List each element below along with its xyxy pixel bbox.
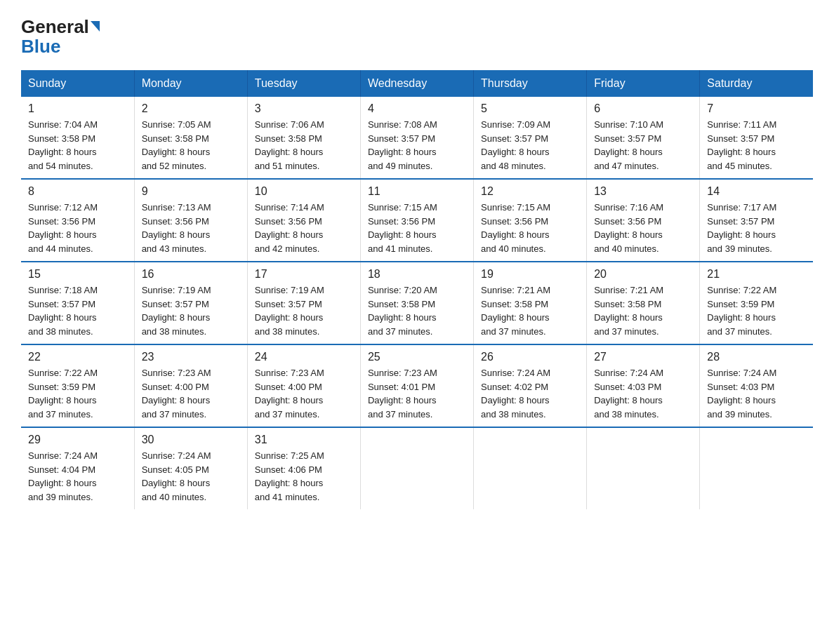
day-number: 14: [707, 185, 806, 198]
day-number: 3: [255, 102, 353, 115]
day-number: 22: [28, 351, 127, 363]
day-info: Sunrise: 7:24 AMSunset: 4:03 PMDaylight:…: [594, 366, 692, 421]
day-cell: 17 Sunrise: 7:19 AMSunset: 3:57 PMDaylig…: [247, 262, 360, 344]
day-info: Sunrise: 7:09 AMSunset: 3:57 PMDaylight:…: [481, 118, 579, 173]
day-cell: 27 Sunrise: 7:24 AMSunset: 4:03 PMDaylig…: [587, 344, 700, 427]
day-number: 24: [255, 351, 353, 363]
day-cell: 12 Sunrise: 7:15 AMSunset: 3:56 PMDaylig…: [474, 179, 587, 262]
day-info: Sunrise: 7:23 AMSunset: 4:00 PMDaylight:…: [255, 366, 353, 421]
day-info: Sunrise: 7:24 AMSunset: 4:04 PMDaylight:…: [28, 449, 127, 504]
day-cell: 19 Sunrise: 7:21 AMSunset: 3:58 PMDaylig…: [474, 262, 587, 344]
day-number: 12: [481, 185, 579, 198]
day-number: 30: [142, 434, 240, 446]
day-number: 16: [142, 268, 240, 281]
day-cell: [474, 427, 587, 509]
day-cell: 28 Sunrise: 7:24 AMSunset: 4:03 PMDaylig…: [700, 344, 813, 427]
day-info: Sunrise: 7:23 AMSunset: 4:00 PMDaylight:…: [142, 366, 240, 421]
day-cell: 9 Sunrise: 7:13 AMSunset: 3:56 PMDayligh…: [134, 179, 247, 262]
day-number: 21: [707, 268, 806, 281]
day-cell: 11 Sunrise: 7:15 AMSunset: 3:56 PMDaylig…: [360, 179, 473, 262]
day-number: 18: [368, 268, 466, 281]
day-number: 19: [481, 268, 579, 281]
col-header-sunday: Sunday: [21, 70, 134, 97]
day-number: 31: [255, 434, 353, 446]
week-row-4: 22 Sunrise: 7:22 AMSunset: 3:59 PMDaylig…: [21, 344, 813, 427]
col-header-thursday: Thursday: [474, 70, 587, 97]
day-number: 1: [28, 102, 127, 115]
col-header-tuesday: Tuesday: [247, 70, 360, 97]
day-info: Sunrise: 7:17 AMSunset: 3:57 PMDaylight:…: [707, 201, 806, 255]
day-number: 4: [368, 102, 466, 115]
day-cell: 7 Sunrise: 7:11 AMSunset: 3:57 PMDayligh…: [700, 97, 813, 179]
day-cell: 13 Sunrise: 7:16 AMSunset: 3:56 PMDaylig…: [587, 179, 700, 262]
day-info: Sunrise: 7:04 AMSunset: 3:58 PMDaylight:…: [28, 118, 127, 173]
logo-blue: Blue: [21, 36, 60, 57]
day-info: Sunrise: 7:22 AMSunset: 3:59 PMDaylight:…: [707, 283, 806, 338]
day-cell: 21 Sunrise: 7:22 AMSunset: 3:59 PMDaylig…: [700, 262, 813, 344]
day-number: 2: [142, 102, 240, 115]
day-info: Sunrise: 7:24 AMSunset: 4:02 PMDaylight:…: [481, 366, 579, 421]
logo: General Blue: [21, 14, 100, 58]
week-row-2: 8 Sunrise: 7:12 AMSunset: 3:56 PMDayligh…: [21, 179, 813, 262]
day-info: Sunrise: 7:05 AMSunset: 3:58 PMDaylight:…: [142, 118, 240, 173]
day-cell: 6 Sunrise: 7:10 AMSunset: 3:57 PMDayligh…: [587, 97, 700, 179]
day-number: 20: [594, 268, 692, 281]
day-number: 8: [28, 185, 127, 198]
day-info: Sunrise: 7:21 AMSunset: 3:58 PMDaylight:…: [481, 283, 579, 338]
day-cell: 18 Sunrise: 7:20 AMSunset: 3:58 PMDaylig…: [360, 262, 473, 344]
day-cell: 14 Sunrise: 7:17 AMSunset: 3:57 PMDaylig…: [700, 179, 813, 262]
day-cell: 2 Sunrise: 7:05 AMSunset: 3:58 PMDayligh…: [134, 97, 247, 179]
day-info: Sunrise: 7:19 AMSunset: 3:57 PMDaylight:…: [255, 283, 353, 338]
day-info: Sunrise: 7:18 AMSunset: 3:57 PMDaylight:…: [28, 283, 127, 338]
day-info: Sunrise: 7:08 AMSunset: 3:57 PMDaylight:…: [368, 118, 466, 173]
day-info: Sunrise: 7:06 AMSunset: 3:58 PMDaylight:…: [255, 118, 353, 173]
day-cell: 8 Sunrise: 7:12 AMSunset: 3:56 PMDayligh…: [21, 179, 134, 262]
calendar-header-row: SundayMondayTuesdayWednesdayThursdayFrid…: [21, 70, 813, 97]
day-number: 25: [368, 351, 466, 363]
day-number: 23: [142, 351, 240, 363]
day-info: Sunrise: 7:23 AMSunset: 4:01 PMDaylight:…: [368, 366, 466, 421]
day-cell: 22 Sunrise: 7:22 AMSunset: 3:59 PMDaylig…: [21, 344, 134, 427]
day-info: Sunrise: 7:16 AMSunset: 3:56 PMDaylight:…: [594, 201, 692, 255]
day-cell: 25 Sunrise: 7:23 AMSunset: 4:01 PMDaylig…: [360, 344, 473, 427]
day-number: 13: [594, 185, 692, 198]
day-info: Sunrise: 7:21 AMSunset: 3:58 PMDaylight:…: [594, 283, 692, 338]
day-cell: 5 Sunrise: 7:09 AMSunset: 3:57 PMDayligh…: [474, 97, 587, 179]
logo-general: General: [21, 18, 89, 36]
day-info: Sunrise: 7:22 AMSunset: 3:59 PMDaylight:…: [28, 366, 127, 421]
day-cell: 16 Sunrise: 7:19 AMSunset: 3:57 PMDaylig…: [134, 262, 247, 344]
day-info: Sunrise: 7:19 AMSunset: 3:57 PMDaylight:…: [142, 283, 240, 338]
day-cell: 3 Sunrise: 7:06 AMSunset: 3:58 PMDayligh…: [247, 97, 360, 179]
day-info: Sunrise: 7:13 AMSunset: 3:56 PMDaylight:…: [142, 201, 240, 255]
day-cell: 23 Sunrise: 7:23 AMSunset: 4:00 PMDaylig…: [134, 344, 247, 427]
day-number: 17: [255, 268, 353, 281]
day-cell: 15 Sunrise: 7:18 AMSunset: 3:57 PMDaylig…: [21, 262, 134, 344]
week-row-5: 29 Sunrise: 7:24 AMSunset: 4:04 PMDaylig…: [21, 427, 813, 509]
day-number: 29: [28, 434, 127, 446]
day-number: 10: [255, 185, 353, 198]
day-info: Sunrise: 7:14 AMSunset: 3:56 PMDaylight:…: [255, 201, 353, 255]
day-number: 15: [28, 268, 127, 281]
week-row-1: 1 Sunrise: 7:04 AMSunset: 3:58 PMDayligh…: [21, 97, 813, 179]
day-info: Sunrise: 7:20 AMSunset: 3:58 PMDaylight:…: [368, 283, 466, 338]
day-cell: [587, 427, 700, 509]
day-info: Sunrise: 7:15 AMSunset: 3:56 PMDaylight:…: [368, 201, 466, 255]
day-cell: [360, 427, 473, 509]
day-cell: 10 Sunrise: 7:14 AMSunset: 3:56 PMDaylig…: [247, 179, 360, 262]
day-number: 6: [594, 102, 692, 115]
day-cell: 24 Sunrise: 7:23 AMSunset: 4:00 PMDaylig…: [247, 344, 360, 427]
col-header-saturday: Saturday: [700, 70, 813, 97]
page-header: General Blue: [21, 14, 813, 58]
day-info: Sunrise: 7:24 AMSunset: 4:05 PMDaylight:…: [142, 449, 240, 504]
day-cell: 1 Sunrise: 7:04 AMSunset: 3:58 PMDayligh…: [21, 97, 134, 179]
day-info: Sunrise: 7:10 AMSunset: 3:57 PMDaylight:…: [594, 118, 692, 173]
calendar-table: SundayMondayTuesdayWednesdayThursdayFrid…: [21, 70, 813, 509]
week-row-3: 15 Sunrise: 7:18 AMSunset: 3:57 PMDaylig…: [21, 262, 813, 344]
day-info: Sunrise: 7:25 AMSunset: 4:06 PMDaylight:…: [255, 449, 353, 504]
day-info: Sunrise: 7:12 AMSunset: 3:56 PMDaylight:…: [28, 201, 127, 255]
day-cell: 30 Sunrise: 7:24 AMSunset: 4:05 PMDaylig…: [134, 427, 247, 509]
day-info: Sunrise: 7:15 AMSunset: 3:56 PMDaylight:…: [481, 201, 579, 255]
day-cell: 20 Sunrise: 7:21 AMSunset: 3:58 PMDaylig…: [587, 262, 700, 344]
col-header-wednesday: Wednesday: [360, 70, 473, 97]
day-cell: 4 Sunrise: 7:08 AMSunset: 3:57 PMDayligh…: [360, 97, 473, 179]
